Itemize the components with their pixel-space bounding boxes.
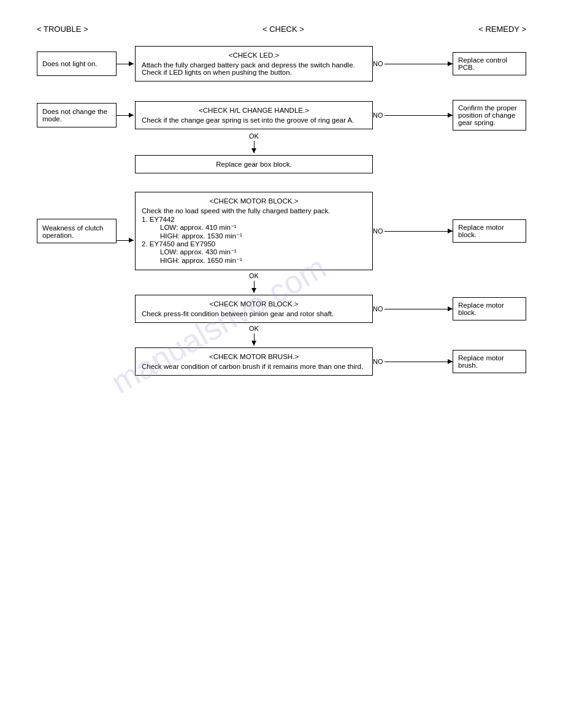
arrow-right-1 [117,64,135,64]
arrow-right-2 [117,115,135,116]
no-label-3a: NO [373,305,383,313]
ok-arrow-container-2: OK [135,131,373,155]
check-title-3a: <CHECK MOTOR BLOCK.> [142,300,366,308]
remedy-box-3b: Replace motor brush. [453,350,526,373]
check-title-2: <CHECK H/L CHANGE HANDLE.> [142,107,366,114]
check-header: < CHECK > [262,25,304,34]
no-section-3b: NO [373,358,453,365]
check-box-2b: Replace gear box block. [135,155,373,173]
remedy-box-3a: Replace motor block. [453,297,526,320]
no-section-3a: NO [373,305,453,313]
check-item-3-1: LOW: approx. 410 min⁻¹ [142,223,366,232]
section1-row: Does not light on. <CHECK LED.> Attach t… [37,46,526,82]
trouble-header: < TROUBLE > [37,25,88,34]
no-arrow-3a [385,309,453,309]
no-arrow-3b [385,362,453,362]
ok-label-2: OK [249,132,259,140]
no-section-1: NO [373,60,453,67]
ok-arrow-down-3a [254,281,255,293]
no-label-3: NO [373,227,383,235]
remedy-box-1: Replace control PCB. [453,52,526,75]
ok-arrow-container-3a: OK [135,270,373,295]
check-item-3-0: 1. EY7442 [142,216,366,223]
section2-row: Does not change the mode. <CHECK H/L CHA… [37,100,526,131]
no-label-1: NO [373,60,383,67]
check-body-2b: Replace gear box block. [142,161,366,168]
check-item-3-4: LOW: approx. 430 min⁻¹ [142,248,366,256]
section3-row: Weakness of clutch operation. <CHECK MOT… [37,192,526,270]
check-item-3-5: HIGH: approx. 1650 min⁻¹ [142,256,366,265]
ok-arrow-down-3b [254,333,255,346]
section2-sub-row: Replace gear box block. [37,155,526,173]
section3-sub-row-b: <CHECK MOTOR BRUSH.> Check wear conditio… [37,347,526,376]
check-item-3-3: 2. EY7450 and EY7950 [142,240,366,248]
ok-label-3a: OK [249,272,259,279]
no-arrow-1 [385,64,453,64]
check-title-3b: <CHECK MOTOR BRUSH.> [142,353,366,360]
check-body-3: Check the no load speed with the fully c… [142,207,366,214]
ok-arrow-down-2 [254,141,255,153]
ok-row-2: OK [37,131,526,155]
check-box-1: <CHECK LED.> Attach the fully charged ba… [135,46,373,82]
ok-row-3a: OK [37,270,526,295]
no-section-2: NO [373,112,453,119]
check-body-1: Attach the fully charged battery pack an… [142,61,366,76]
remedy-box-2: Confirm the proper position of change ge… [453,100,526,131]
check-body-3a: Check press-fit condition between pinion… [142,310,366,317]
remedy-box-3: Replace motor block. [453,219,526,243]
no-arrow-3 [385,231,453,232]
ok-label-3b: OK [249,325,259,332]
no-label-3b: NO [373,358,383,365]
ok-arrow-container-3b: OK [135,323,373,347]
check-box-2: <CHECK H/L CHANGE HANDLE.> Check if the … [135,101,373,129]
arrow-right-3 [117,222,135,241]
check-box-3: <CHECK MOTOR BLOCK.> Check the no load s… [135,192,373,270]
check-body-2: Check if the change gear spring is set i… [142,116,366,124]
header-row: < TROUBLE > < CHECK > < REMEDY > [37,25,526,34]
flowchart: Does not light on. <CHECK LED.> Attach t… [37,46,526,376]
no-section-3: NO [373,227,453,235]
ok-row-3b: OK [37,323,526,347]
trouble-box-1: Does not light on. [37,51,117,76]
trouble-box-2: Does not change the mode. [37,103,117,127]
check-title-3: <CHECK MOTOR BLOCK.> [142,197,366,205]
remedy-header: < REMEDY > [478,25,526,34]
check-box-3a: <CHECK MOTOR BLOCK.> Check press-fit con… [135,295,373,323]
section3-sub-row-a: <CHECK MOTOR BLOCK.> Check press-fit con… [37,295,526,323]
check-body-3b: Check wear condition of carbon brush if … [142,363,366,370]
trouble-box-3: Weakness of clutch operation. [37,219,117,243]
check-item-3-2: HIGH: approx. 1530 min⁻¹ [142,232,366,240]
no-label-2: NO [373,112,383,119]
page: < TROUBLE > < CHECK > < REMEDY > manuals… [0,0,563,728]
no-arrow-2 [385,115,453,116]
check-title-1: <CHECK LED.> [142,51,366,59]
check-box-3b: <CHECK MOTOR BRUSH.> Check wear conditio… [135,347,373,376]
